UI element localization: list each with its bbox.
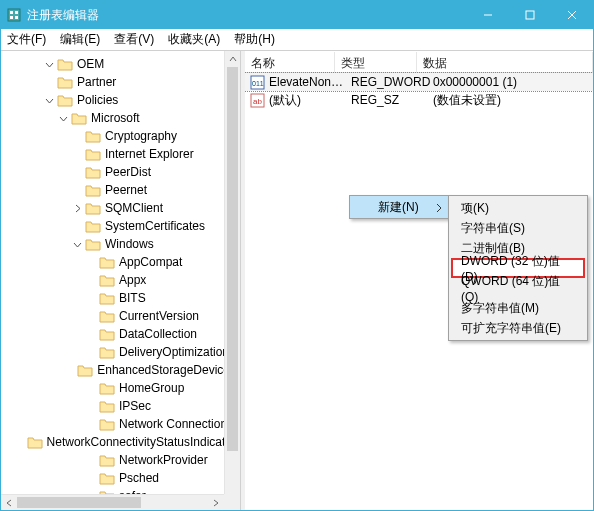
binary-value-icon: 011 [249,74,265,90]
tree-item-label: EnhancedStorageDevices [97,363,236,377]
expander-none [43,76,55,88]
tree-item[interactable]: Appx [1,271,240,289]
value-row[interactable]: 011ElevateNonAd...REG_DWORD0x00000001 (1… [245,73,593,91]
column-name[interactable]: 名称 [245,52,335,72]
folder-icon [85,219,101,233]
value-name: (默认) [269,92,351,109]
folder-icon [99,291,115,305]
column-data[interactable]: 数据 [417,52,593,72]
tree-item[interactable]: OEM [1,55,240,73]
menu-favorites[interactable]: 收藏夹(A) [168,31,220,48]
expander-none [85,454,97,466]
expander-icon[interactable] [71,202,83,214]
title-bar: 注册表编辑器 [1,1,593,29]
value-row[interactable]: ab(默认)REG_SZ(数值未设置) [245,91,593,109]
svg-text:ab: ab [253,97,262,106]
tree-item[interactable]: Internet Explorer [1,145,240,163]
tree-item[interactable]: IPSec [1,397,240,415]
tree-item-label: Appx [119,273,146,287]
tree-item-label: Network Connections [119,417,233,431]
tree-item[interactable]: Partner [1,73,240,91]
folder-icon [85,147,101,161]
maximize-button[interactable] [509,1,551,29]
minimize-button[interactable] [467,1,509,29]
menu-view[interactable]: 查看(V) [114,31,154,48]
folder-icon [99,345,115,359]
tree-scrollbar-horizontal[interactable] [1,494,224,510]
svg-rect-0 [8,9,20,21]
folder-icon [99,327,115,341]
tree-item-label: SystemCertificates [105,219,205,233]
tree-item-label: Cryptography [105,129,177,143]
scroll-up-icon[interactable] [225,51,241,67]
column-type[interactable]: 类型 [335,52,417,72]
folder-icon [99,273,115,287]
context-item[interactable]: 字符串值(S) [451,218,585,238]
close-button[interactable] [551,1,593,29]
expander-none [85,346,97,358]
svg-text:011: 011 [252,80,264,87]
tree-item[interactable]: AppCompat [1,253,240,271]
tree-item[interactable]: PeerDist [1,163,240,181]
folder-icon [99,471,115,485]
tree-item[interactable]: Cryptography [1,127,240,145]
tree-item[interactable]: SQMClient [1,199,240,217]
folder-icon [57,93,73,107]
list-header: 名称 类型 数据 [245,51,593,73]
tree-item[interactable]: NetworkConnectivityStatusIndicator [1,433,240,451]
tree-item[interactable]: DataCollection [1,325,240,343]
expander-icon[interactable] [43,94,55,106]
expander-icon[interactable] [57,112,69,124]
tree-item-label: OEM [77,57,104,71]
tree-item[interactable]: Network Connections [1,415,240,433]
expander-none [71,130,83,142]
expander-icon[interactable] [43,58,55,70]
folder-icon [99,255,115,269]
tree-item-label: Peernet [105,183,147,197]
folder-icon [27,435,43,449]
scroll-thumb[interactable] [17,497,141,508]
tree-item[interactable]: BITS [1,289,240,307]
tree-item[interactable]: Windows [1,235,240,253]
tree-pane: OEMPartnerPoliciesMicrosoftCryptographyI… [1,51,241,510]
folder-icon [57,57,73,71]
tree-item[interactable]: Policies [1,91,240,109]
tree-item-label: NetworkProvider [119,453,208,467]
folder-icon [99,309,115,323]
svg-rect-4 [15,16,18,19]
folder-icon [85,201,101,215]
value-type: REG_DWORD [351,75,433,89]
scroll-right-icon[interactable] [208,495,224,510]
context-item[interactable]: 项(K) [451,198,585,218]
expander-none [85,400,97,412]
tree-item[interactable]: NetworkProvider [1,451,240,469]
expander-none [85,472,97,484]
tree-item[interactable]: Microsoft [1,109,240,127]
tree-item[interactable]: SystemCertificates [1,217,240,235]
folder-icon [99,453,115,467]
folder-icon [85,129,101,143]
scroll-left-icon[interactable] [1,495,17,510]
app-icon [7,8,21,22]
context-item[interactable]: 可扩充字符串值(E) [451,318,585,338]
folder-icon [85,237,101,251]
tree-item[interactable]: EnhancedStorageDevices [1,361,240,379]
folder-icon [99,381,115,395]
tree-item-label: Microsoft [91,111,140,125]
folder-icon [71,111,87,125]
tree-item[interactable]: Peernet [1,181,240,199]
tree-scrollbar-vertical[interactable] [224,51,240,510]
expander-none [85,274,97,286]
scroll-thumb[interactable] [227,67,238,451]
menu-edit[interactable]: 编辑(E) [60,31,100,48]
tree-item[interactable]: DeliveryOptimization [1,343,240,361]
expander-none [85,292,97,304]
tree-item[interactable]: HomeGroup [1,379,240,397]
menu-file[interactable]: 文件(F) [7,31,46,48]
menu-help[interactable]: 帮助(H) [234,31,275,48]
tree-item[interactable]: Psched [1,469,240,487]
context-item-new[interactable]: 新建(N) [350,196,448,218]
tree-item[interactable]: CurrentVersion [1,307,240,325]
context-item[interactable]: QWORD (64 位)值(Q) [451,278,585,298]
expander-icon[interactable] [71,238,83,250]
